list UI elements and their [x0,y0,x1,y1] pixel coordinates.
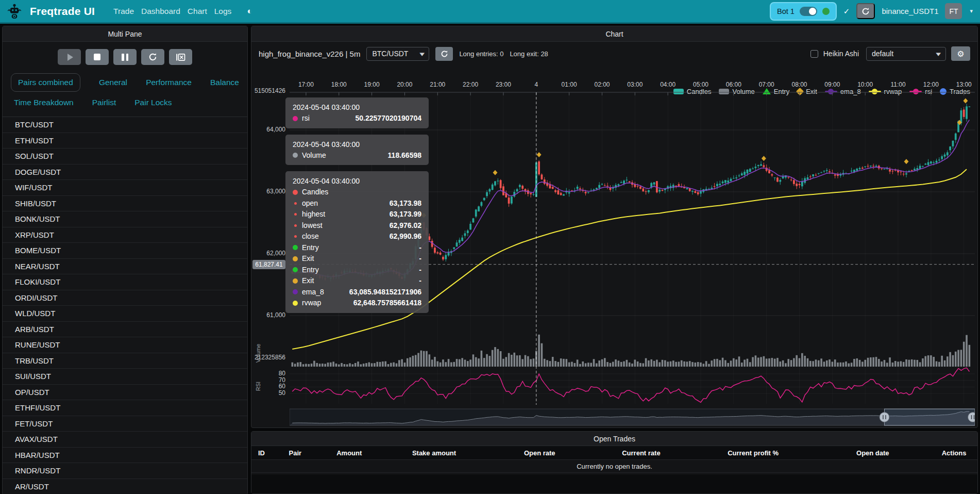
bot-toggle[interactable] [800,7,817,16]
play-icon [67,54,73,61]
column-actions[interactable]: Actions [931,449,977,457]
volume-axis-title: Volume [255,338,261,369]
gear-icon: ⚙ [957,49,964,59]
nav-item-dashboard[interactable]: Dashboard [141,7,180,16]
pair-row-doge-usdt[interactable]: DOGE/USDT [3,164,247,180]
tab-balance[interactable]: Balance [210,78,239,87]
tooltip-label: rvwap [302,298,353,309]
pair-row-arb-usdt[interactable]: ARB/USDT [3,322,247,338]
theme-toggle-icon[interactable]: ◐ [247,6,252,17]
tooltip-row-entry: Entry- [293,265,421,276]
y-axis-label: 62,000 [251,250,285,257]
reload-bot-button[interactable] [856,3,875,19]
pair-row-shib-usdt[interactable]: SHIB/USDT [3,196,247,212]
tab-general[interactable]: General [99,78,127,87]
column-pair[interactable]: Pair [272,449,318,457]
tooltip-label: Entry [302,242,419,254]
pair-row-wld-usdt[interactable]: WLD/USDT [3,306,247,322]
tooltip-value: 63,173.98 [390,198,421,209]
series-dot-icon [294,235,297,238]
pair-row-btc-usdt[interactable]: BTC/USDT [3,117,247,133]
plot-settings-button[interactable]: ⚙ [951,46,970,61]
series-dot-icon [293,278,298,284]
pair-row-near-usdt[interactable]: NEAR/USDT [3,259,247,275]
tooltip-value: 62,976.02 [390,220,421,232]
tooltip-value: 50.22577020190704 [356,113,421,124]
column-current-rate[interactable]: Current rate [591,449,691,457]
pair-row-trb-usdt[interactable]: TRB/USDT [3,353,247,369]
freqtrade-robot-logo-icon [7,3,23,20]
nav-item-chart[interactable]: Chart [188,7,207,16]
sidebar-tabs-row1: Pairs combinedGeneralPerformanceBalance [3,73,247,92]
tooltip-value: 62,648.75785661418 [353,298,421,309]
column-open-date[interactable]: Open date [815,449,931,457]
reload-config-button[interactable] [141,49,164,65]
time-axis-label: 13:00 [950,81,978,88]
series-dot-icon [293,256,298,261]
pair-row-bonk-usdt[interactable]: BONK/USDT [3,211,247,227]
bot-name-label: Bot 1 [777,7,795,15]
y-axis-label: 63,000 [251,188,285,195]
pair-row-bome-usdt[interactable]: BOME/USDT [3,243,247,259]
tab-pairlist[interactable]: Pairlist [92,98,116,107]
nav-item-logs[interactable]: Logs [214,7,232,16]
user-avatar[interactable]: FT [945,3,962,19]
column-open-rate[interactable]: Open rate [488,449,591,457]
pair-row-ordi-usdt[interactable]: ORDI/USDT [3,290,247,306]
tab-pairs-combined[interactable]: Pairs combined [11,73,80,92]
series-dot-icon [293,301,298,306]
series-dot-icon [293,267,298,272]
pair-row-ar-usdt[interactable]: AR/USDT [3,479,247,494]
app-title: Freqtrade UI [30,5,95,18]
refresh-icon [148,53,157,61]
chart-refresh-button[interactable] [435,47,453,61]
strategy-timeframe-label: high_frog_binance_v226 | 5m [259,50,360,58]
bot-selector[interactable]: Bot 1 [770,2,837,21]
column-id[interactable]: ID [251,449,272,457]
nav-item-trade[interactable]: Trade [113,7,134,16]
close-multipane-button[interactable] [169,49,192,65]
tooltip-timestamp: 2024-05-04 03:40:00 [293,175,421,187]
pair-select[interactable]: BTC/USDT ▾ [366,47,429,61]
pair-select-value: BTC/USDT [372,50,408,58]
pause-icon [122,54,128,61]
tooltip-label: ema_8 [302,287,349,298]
open-trades-empty-row: Currently no open trades. [251,460,977,473]
plot-config-value: default [872,50,893,58]
refresh-icon [441,50,448,58]
column-amount[interactable]: Amount [318,449,380,457]
tooltip-value: - [419,275,421,287]
tab-pair-locks[interactable]: Pair Locks [134,98,172,107]
series-dot-icon [293,153,298,158]
user-menu-caret-icon[interactable]: ▾ [970,8,973,14]
pair-row-ethfi-usdt[interactable]: ETHFI/USDT [3,400,247,416]
column-stake-amount[interactable]: Stake amount [380,449,488,457]
pair-row-sol-usdt[interactable]: SOL/USDT [3,149,247,164]
pair-row-sui-usdt[interactable]: SUI/USDT [3,369,247,385]
pair-row-avax-usdt[interactable]: AVAX/USDT [3,432,247,448]
pause-bot-button[interactable] [113,49,137,65]
heikin-ashi-checkbox[interactable] [810,50,818,58]
pair-row-hbar-usdt[interactable]: HBAR/USDT [3,448,247,464]
column-current-profit-[interactable]: Current profit % [691,449,815,457]
pair-row-eth-usdt[interactable]: ETH/USDT [3,133,247,149]
sidebar-tabs-row2: Time BreakdownPairlistPair Locks [3,98,247,107]
tooltip-label: Volume [302,150,388,161]
pair-row-floki-usdt[interactable]: FLOKI/USDT [3,274,247,290]
tab-performance[interactable]: Performance [146,78,192,87]
pair-row-wif-usdt[interactable]: WIF/USDT [3,180,247,196]
pair-row-rndr-usdt[interactable]: RNDR/USDT [3,463,247,479]
pair-row-op-usdt[interactable]: OP/USDT [3,385,247,401]
pair-row-xrp-usdt[interactable]: XRP/USDT [3,227,247,243]
pair-row-rune-usdt[interactable]: RUNE/USDT [3,337,247,353]
chart-panel-title: Chart [605,30,623,38]
stop-bot-button[interactable] [86,49,109,65]
plot-config-select[interactable]: default ▾ [866,47,946,61]
chart-plot-area[interactable]: 51505142664,00063,00062,00061,0002123258… [251,78,977,427]
series-dot-icon [294,213,297,216]
tab-time-breakdown[interactable]: Time Breakdown [14,98,74,107]
pair-row-fet-usdt[interactable]: FET/USDT [3,416,247,432]
tooltip-timestamp: 2024-05-04 03:40:00 [293,102,421,113]
start-bot-button[interactable] [58,49,81,65]
y-axis-label: 515051426 [251,87,285,94]
